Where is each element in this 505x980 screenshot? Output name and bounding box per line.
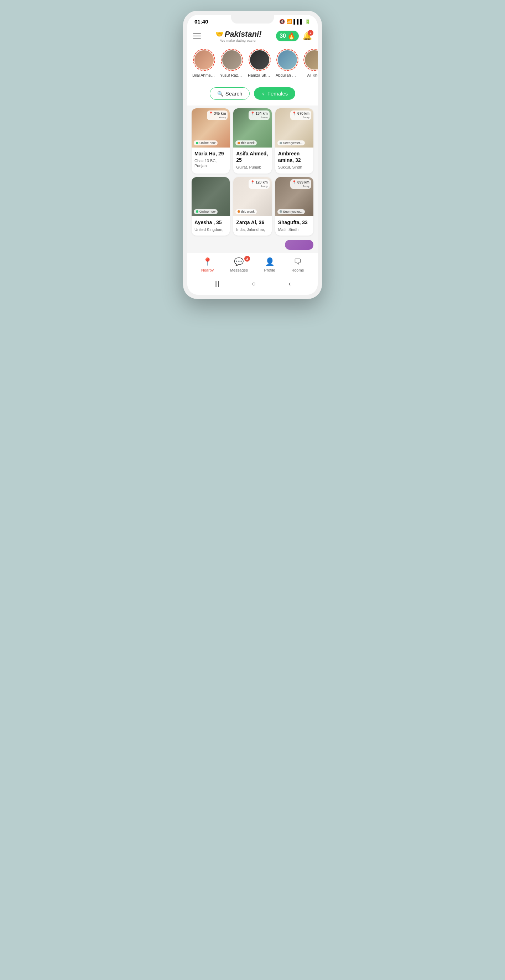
profile-card[interactable]: 📍 899 km Away Seen yester... Shagufta, 3… bbox=[275, 177, 313, 235]
card-info: Ambreen amina, 32 Sukkur, Sindh bbox=[275, 148, 313, 173]
story-item[interactable]: Ali Khan bbox=[303, 49, 318, 77]
story-name: Yusuf Raza ... bbox=[220, 73, 244, 77]
profile-label: Profile bbox=[264, 268, 275, 272]
card-image-container: 📍 670 km Away Seen yester... bbox=[275, 108, 313, 148]
status-dot bbox=[238, 142, 240, 144]
floating-action-button[interactable] bbox=[285, 240, 313, 250]
status-dot bbox=[279, 210, 282, 213]
story-name: Ali Khan bbox=[307, 73, 318, 77]
distance-badge: 📍 345 km Away bbox=[207, 110, 228, 120]
card-info: Zarqa Al, 36 India, Jalandhar, bbox=[233, 216, 272, 235]
messages-label: Messages bbox=[230, 268, 248, 272]
females-label: Females bbox=[267, 91, 288, 97]
app-header: 🤝 Pakistaní! We make dating easier 30 🔥 … bbox=[187, 27, 318, 46]
menu-nav-button[interactable]: ||| bbox=[211, 279, 222, 289]
logo-text: Pakistaní! bbox=[225, 30, 262, 39]
phone-frame: 01:40 🔇 📶 ▌▌▌ 🔋 🤝 Pakistaní! We make da bbox=[183, 11, 322, 299]
profile-card[interactable]: Online now Ayesha , 35 United Kingdom, bbox=[192, 177, 230, 235]
nearby-label: Nearby bbox=[201, 268, 214, 272]
hamburger-menu[interactable] bbox=[193, 33, 201, 38]
story-avatar bbox=[276, 49, 299, 71]
header-right: 30 🔥 🔔 2 bbox=[276, 31, 312, 41]
rooms-label: Rooms bbox=[291, 268, 304, 272]
card-image-container: Online now bbox=[192, 177, 230, 216]
card-location: India, Jalandhar, bbox=[236, 227, 268, 232]
flame-count: 30 bbox=[279, 33, 286, 39]
story-name: Abdullah Ma... bbox=[276, 73, 299, 77]
story-item[interactable]: Bilal Ahmed ... bbox=[192, 49, 216, 77]
story-item[interactable]: Abdullah Ma... bbox=[276, 49, 299, 77]
card-location: Matli, Sindh bbox=[278, 227, 311, 232]
card-image-container: 📍 345 km Away Online now bbox=[192, 108, 230, 148]
logo-subtitle: We make dating easier bbox=[220, 39, 256, 42]
signal-icon: ▌▌▌ bbox=[294, 19, 303, 24]
logo-heart-icon: 🤝 bbox=[216, 30, 223, 38]
card-info: Maria Hu, 29 Chak 13 BC, Punjab bbox=[192, 148, 230, 172]
distance-badge: 📍 134 km Away bbox=[249, 110, 270, 120]
card-image-container: 📍 120 km Away this week bbox=[233, 177, 272, 216]
filter-row: 🔍 Search ♀ Females bbox=[187, 83, 318, 105]
card-name: Ambreen amina, 32 bbox=[278, 150, 311, 163]
story-avatar bbox=[303, 49, 318, 71]
flame-icon: 🔥 bbox=[287, 32, 295, 40]
flame-badge[interactable]: 30 🔥 bbox=[276, 31, 299, 41]
story-name: Bilal Ahmed ... bbox=[192, 73, 216, 77]
status-badge: Seen yester... bbox=[278, 209, 305, 214]
story-avatar bbox=[221, 49, 243, 71]
status-icons: 🔇 📶 ▌▌▌ 🔋 bbox=[279, 19, 311, 24]
nav-profile[interactable]: 👤 Profile bbox=[264, 257, 275, 272]
bottom-nav: 📍 Nearby 💬 2 Messages 👤 Profile 🗨 Rooms bbox=[187, 253, 318, 275]
bell-badge: 2 bbox=[308, 30, 313, 36]
system-nav: ||| ○ ‹ bbox=[187, 275, 318, 295]
story-avatar bbox=[249, 49, 271, 71]
distance-badge: 📍 120 km Away bbox=[249, 179, 270, 189]
card-location: Sukkur, Sindh bbox=[278, 165, 311, 170]
status-dot bbox=[238, 210, 240, 213]
status-badge: this week bbox=[235, 140, 257, 145]
profile-card[interactable]: 📍 134 km Away this week Asifa Ahmed, 25 … bbox=[233, 108, 272, 173]
status-badge: Online now bbox=[194, 209, 218, 214]
nav-rooms[interactable]: 🗨 Rooms bbox=[291, 257, 304, 272]
card-location: Gujrat, Punjab bbox=[236, 165, 268, 170]
card-name: Ayesha , 35 bbox=[194, 219, 227, 226]
story-item[interactable]: Yusuf Raza ... bbox=[220, 49, 244, 77]
card-image-container: 📍 899 km Away Seen yester... bbox=[275, 177, 313, 216]
rooms-icon: 🗨 bbox=[294, 257, 302, 267]
search-button[interactable]: 🔍 Search bbox=[210, 87, 250, 100]
messages-icon: 💬 bbox=[234, 257, 244, 267]
female-icon: ♀ bbox=[261, 91, 265, 97]
stories-container: Bilal Ahmed ... Yusuf Raza ... Hamza Sha… bbox=[187, 46, 318, 83]
messages-badge: 2 bbox=[244, 256, 250, 262]
females-button[interactable]: ♀ Females bbox=[254, 87, 295, 100]
profile-card[interactable]: 📍 670 km Away Seen yester... Ambreen ami… bbox=[275, 108, 313, 173]
profiles-grid: 📍 345 km Away Online now Maria Hu, 29 Ch… bbox=[187, 105, 318, 240]
status-badge: Online now bbox=[194, 140, 218, 145]
nearby-icon: 📍 bbox=[203, 257, 212, 267]
card-location: Chak 13 BC, Punjab bbox=[194, 158, 227, 169]
nav-nearby[interactable]: 📍 Nearby bbox=[201, 257, 214, 272]
story-name: Hamza Shah... bbox=[248, 73, 272, 77]
story-avatar bbox=[193, 49, 215, 71]
status-badge: this week bbox=[235, 209, 257, 214]
battery-icon: 🔋 bbox=[305, 19, 311, 24]
status-dot bbox=[196, 210, 199, 213]
status-time: 01:40 bbox=[194, 19, 208, 25]
notch bbox=[231, 15, 274, 24]
bell-container: 🔔 2 bbox=[302, 31, 312, 41]
status-dot bbox=[279, 142, 282, 144]
profile-card[interactable]: 📍 120 km Away this week Zarqa Al, 36 Ind… bbox=[233, 177, 272, 235]
profile-icon: 👤 bbox=[265, 257, 275, 267]
story-item[interactable]: Hamza Shah... bbox=[248, 49, 272, 77]
card-location: United Kingdom, bbox=[194, 227, 227, 232]
back-nav-button[interactable]: ‹ bbox=[286, 279, 294, 289]
card-image-container: 📍 134 km Away this week bbox=[233, 108, 272, 148]
card-name: Maria Hu, 29 bbox=[194, 150, 227, 157]
profile-card[interactable]: 📍 345 km Away Online now Maria Hu, 29 Ch… bbox=[192, 108, 230, 173]
wifi-icon: 📶 bbox=[286, 19, 292, 24]
home-nav-button[interactable]: ○ bbox=[249, 279, 259, 289]
search-label: Search bbox=[226, 91, 243, 97]
card-name: Shagufta, 33 bbox=[278, 219, 311, 226]
distance-badge: 📍 670 km Away bbox=[290, 110, 311, 120]
card-name: Zarqa Al, 36 bbox=[236, 219, 268, 226]
nav-messages[interactable]: 💬 2 Messages bbox=[230, 257, 248, 272]
